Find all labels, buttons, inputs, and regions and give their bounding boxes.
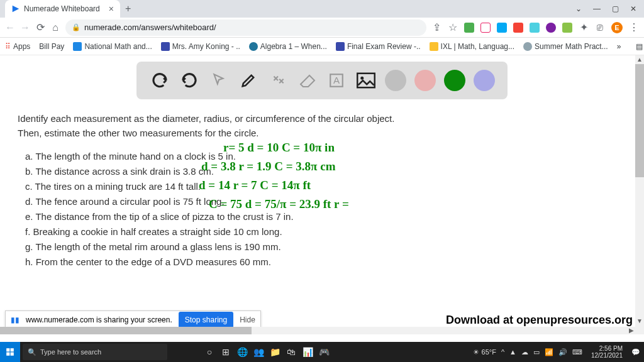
bookmark-icon	[73, 42, 82, 51]
pointer-tool[interactable]	[208, 70, 230, 91]
browser-titlebar: Numerade Whiteboard × + ⌄ — ▢ ✕	[0, 0, 644, 18]
minimize-icon[interactable]: —	[593, 4, 601, 13]
svg-rect-7	[11, 353, 14, 356]
bookmarks-bar: ⠿Apps Bill Pay National Math and... Mrs.…	[0, 38, 644, 55]
store-icon[interactable]: 🛍	[283, 343, 299, 361]
teams-icon[interactable]: 👥	[250, 343, 267, 361]
color-gray[interactable]	[385, 70, 406, 91]
tray-chevron-icon[interactable]: ^	[501, 348, 504, 356]
ext-icon-5[interactable]	[530, 23, 540, 33]
profile-avatar[interactable]: E	[611, 22, 623, 33]
item-f: f. Breaking a cookie in half creates a s…	[25, 226, 619, 237]
bookmark-amy-koning[interactable]: Mrs. Amy Koning - ..	[161, 42, 240, 51]
text-tool[interactable]: A	[326, 70, 347, 91]
close-tab-icon[interactable]: ×	[109, 4, 114, 14]
color-green[interactable]	[444, 70, 465, 91]
taskbar-search[interactable]: 🔍 Type here to search	[23, 344, 167, 360]
bookmark-ixl[interactable]: IXL | Math, Languag...	[430, 42, 514, 51]
bookmark-icon	[523, 42, 532, 51]
vertical-scrollbar[interactable]: ▲ ▼	[635, 55, 644, 334]
item-g: g. The length of the metal rim around a …	[25, 241, 619, 252]
weather-widget[interactable]: ☀65°F	[473, 348, 496, 356]
chrome-icon[interactable]: 🌐	[234, 343, 250, 361]
ext-icon-6[interactable]	[546, 23, 556, 33]
stop-sharing-button[interactable]: Stop sharing	[179, 312, 233, 328]
scroll-thumb[interactable]	[635, 64, 644, 177]
undo-button[interactable]	[149, 70, 170, 91]
ext-icon-7[interactable]	[562, 23, 572, 33]
maximize-icon[interactable]: ▢	[612, 4, 619, 13]
image-tool[interactable]	[355, 70, 377, 91]
chevron-down-icon[interactable]: ⌄	[575, 4, 582, 13]
explorer-icon[interactable]: 📁	[267, 343, 283, 361]
browser-tab[interactable]: Numerade Whiteboard ×	[5, 0, 120, 18]
pen-tool[interactable]	[238, 70, 259, 91]
onedrive-icon[interactable]: ☁	[521, 348, 528, 356]
color-pink[interactable]	[414, 70, 436, 91]
shapes-tool[interactable]	[267, 70, 289, 91]
bookmark-national-math[interactable]: National Math and...	[73, 42, 152, 51]
ext-icon-1[interactable]	[464, 23, 474, 33]
battery-icon[interactable]: ▭	[533, 348, 540, 356]
forward-icon[interactable]: →	[20, 23, 30, 33]
language-icon[interactable]: ⌨	[572, 348, 582, 356]
cast-icon[interactable]: ⎚	[595, 23, 605, 33]
notifications-icon[interactable]: 💬	[631, 348, 640, 356]
scroll-right-icon[interactable]: ▶	[629, 327, 634, 334]
start-button[interactable]	[0, 342, 20, 362]
hscroll-thumb[interactable]	[0, 327, 252, 334]
share-indicator-icon: ▮▮	[11, 315, 19, 324]
windows-taskbar: 🔍 Type here to search ○ ⊞ 🌐 👥 📁 🛍 📊 🎮 ☀6…	[0, 342, 644, 362]
extensions-icon[interactable]: ✦	[579, 23, 589, 33]
scroll-up-icon[interactable]: ▲	[635, 55, 644, 64]
tray-icon[interactable]: ▲	[509, 348, 516, 356]
redo-button[interactable]	[179, 70, 200, 91]
ext-icon-2[interactable]	[480, 23, 491, 33]
close-window-icon[interactable]: ✕	[630, 4, 636, 13]
home-icon[interactable]: ⌂	[50, 23, 60, 33]
list-icon: ▤	[636, 42, 643, 51]
color-purple[interactable]	[474, 70, 495, 91]
menu-icon[interactable]: ⋮	[629, 23, 639, 33]
ext-icon-3[interactable]	[497, 23, 507, 33]
bookmark-final-exam[interactable]: Final Exam Review -..	[336, 42, 421, 51]
app-icon[interactable]: 📊	[299, 343, 316, 361]
wifi-icon[interactable]: 📶	[545, 348, 553, 356]
numerade-icon	[11, 4, 20, 13]
star-icon[interactable]: ☆	[448, 23, 458, 33]
bookmark-bill-pay[interactable]: Bill Pay	[39, 42, 64, 51]
share-icon[interactable]: ⇪	[431, 23, 441, 33]
ext-icon-4[interactable]	[513, 23, 523, 33]
new-tab-button[interactable]: +	[125, 3, 131, 14]
taskview-icon[interactable]: ⊞	[218, 343, 234, 361]
eraser-tool[interactable]	[297, 70, 318, 91]
share-message: www.numerade.com is sharing your screen.	[26, 315, 172, 324]
bookmark-algebra1[interactable]: Algebra 1 – When...	[249, 42, 327, 51]
address-bar: ← → ⟳ ⌂ 🔒 numerade.com/answers/whiteboar…	[0, 18, 644, 38]
item-h: h. From the center to the edge of a DVD …	[25, 256, 619, 267]
taskbar-clock[interactable]: 2:56 PM 12/21/2021	[587, 345, 626, 359]
reload-icon[interactable]: ⟳	[35, 23, 45, 33]
back-icon[interactable]: ←	[5, 23, 15, 33]
item-c: c. The tires on a mining truck are 14 ft…	[25, 181, 619, 192]
bookmarks-overflow[interactable]: »	[617, 42, 621, 51]
reading-list-button[interactable]: ▤Reading list	[636, 42, 644, 51]
app2-icon[interactable]: 🎮	[316, 343, 332, 361]
scroll-down-icon[interactable]: ▼	[635, 317, 644, 326]
apps-button[interactable]: ⠿Apps	[5, 42, 30, 51]
hide-share-button[interactable]: Hide	[240, 315, 255, 324]
handwriting-b: d = 3.8 r = 1.9 C = 3.8π cm	[201, 160, 336, 173]
item-e: e. The distance from the tip of a slice …	[25, 211, 619, 222]
cortana-icon[interactable]: ○	[201, 343, 218, 361]
bookmark-icon	[430, 42, 438, 51]
whiteboard-toolbar: A	[136, 62, 508, 99]
url-input[interactable]: 🔒 numerade.com/answers/whiteboard/	[65, 19, 426, 36]
bookmark-summer-math[interactable]: Summer Math Pract...	[523, 42, 608, 51]
bookmark-icon	[161, 42, 170, 51]
svg-rect-5	[11, 348, 14, 351]
search-icon: 🔍	[28, 348, 36, 356]
volume-icon[interactable]: 🔊	[558, 348, 567, 356]
tab-title: Numerade Whiteboard	[24, 4, 100, 13]
horizontal-scrollbar[interactable]: ▶	[0, 327, 635, 334]
handwriting-d: C = 75 d = 75/π = 23.9 ft r =	[209, 197, 349, 211]
